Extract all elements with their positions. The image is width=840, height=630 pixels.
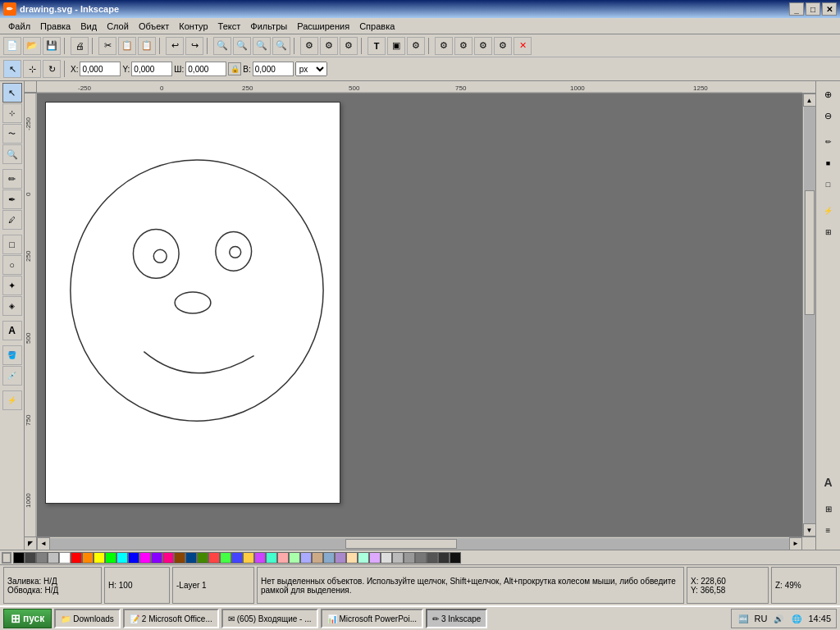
color-charcoal[interactable] — [427, 552, 438, 564]
rt-stroke[interactable]: □ — [819, 175, 838, 194]
undo-button[interactable]: ↩ — [166, 37, 184, 55]
close-doc-btn[interactable]: ✕ — [514, 37, 532, 55]
menu-text[interactable]: Текст — [213, 20, 246, 33]
taskbar-inkscape[interactable]: ✏ 3 Inkscape — [426, 609, 487, 628]
zoom-tool[interactable]: 🔍 — [2, 144, 22, 164]
color-dark-green[interactable] — [197, 552, 208, 564]
color-light-violet[interactable] — [254, 552, 266, 564]
color-teal[interactable] — [266, 552, 277, 564]
cut-button[interactable]: ✂ — [98, 37, 116, 55]
rt-node-edit[interactable]: ✏ — [819, 132, 838, 152]
fill-tool[interactable]: 🪣 — [2, 345, 22, 365]
hscroll-corner[interactable]: ◤ — [25, 537, 37, 550]
rotate-tool[interactable]: ↻ — [43, 60, 61, 78]
taskbar-office[interactable]: 📝 2 Microsoft Office... — [123, 609, 219, 628]
hscroll-left[interactable]: ◄ — [37, 537, 50, 550]
copy-button[interactable]: 📋 — [118, 37, 136, 55]
taskbar-downloads[interactable]: 📁 Downloads — [54, 609, 120, 628]
x-input[interactable] — [80, 62, 121, 76]
zoom-out-button[interactable]: 🔍 — [233, 37, 251, 55]
menu-object[interactable]: Объект — [134, 20, 174, 33]
circle-tool[interactable]: ○ — [2, 255, 22, 275]
color-light-red[interactable] — [208, 552, 220, 564]
vscroll-down[interactable]: ▼ — [803, 523, 816, 536]
select-tool[interactable]: ↖ — [2, 83, 22, 103]
color-tan[interactable] — [312, 552, 323, 564]
color-dim-gray[interactable] — [415, 552, 427, 564]
color-orange[interactable] — [82, 552, 94, 564]
text-tool-lt[interactable]: A — [2, 321, 22, 340]
color-green[interactable] — [105, 552, 116, 564]
color-lavender[interactable] — [335, 552, 346, 564]
start-button[interactable]: ⊞ пуск — [3, 609, 52, 628]
color-red[interactable] — [71, 552, 82, 564]
color-light-gray[interactable] — [48, 552, 59, 564]
color-medium-gray[interactable] — [392, 552, 404, 564]
save-button[interactable]: 💾 — [43, 37, 61, 55]
color-black[interactable] — [13, 552, 25, 564]
rect-tool[interactable]: □ — [2, 235, 22, 254]
color-pink[interactable] — [162, 552, 174, 564]
rt-snap[interactable]: ⚡ — [819, 201, 838, 221]
color-dark-gray[interactable] — [25, 552, 36, 564]
no-color-swatch[interactable] — [2, 552, 11, 564]
more-btn[interactable]: ⚙ — [494, 37, 512, 55]
color-mint[interactable] — [358, 552, 369, 564]
color-violet[interactable] — [151, 552, 162, 564]
color-pale-blue[interactable] — [300, 552, 312, 564]
fill-btn[interactable]: ⚙ — [454, 37, 472, 55]
h-input[interactable] — [253, 62, 294, 76]
print-button[interactable]: 🖨 — [71, 37, 89, 55]
rt-lines[interactable]: ≡ — [819, 520, 838, 540]
taskbar-powerpoint[interactable]: 📊 Microsoft PowerPoi... — [321, 609, 423, 628]
pencil-tool[interactable]: ✏ — [2, 169, 22, 189]
color-magenta[interactable] — [139, 552, 151, 564]
open-button[interactable]: 📂 — [23, 37, 41, 55]
close-button[interactable]: ✕ — [822, 2, 837, 16]
paste-button[interactable]: 📋 — [138, 37, 156, 55]
zoom-in-button[interactable]: 🔍 — [213, 37, 231, 55]
tweak-tool[interactable]: 〜 — [2, 124, 22, 144]
menu-layer[interactable]: Слой — [102, 20, 134, 33]
connector-tool[interactable]: ⚡ — [2, 390, 22, 410]
lock-ratio-btn[interactable]: 🔒 — [228, 62, 241, 75]
node-tool[interactable]: ⊹ — [23, 60, 41, 78]
zoom-sel-button[interactable]: 🔍 — [272, 37, 290, 55]
menu-extensions[interactable]: Расширения — [292, 20, 354, 33]
maximize-button[interactable]: □ — [806, 2, 820, 16]
select-tool-active[interactable]: ↖ — [3, 60, 21, 78]
color-light-blue[interactable] — [231, 552, 243, 564]
snap3-button[interactable]: ⚙ — [340, 37, 358, 55]
color-steel-blue[interactable] — [323, 552, 335, 564]
rt-zoom-in[interactable]: ⊕ — [819, 84, 838, 104]
y-input[interactable] — [131, 62, 172, 76]
new-button[interactable]: 📄 — [3, 37, 21, 55]
calligraphy-tool[interactable]: 🖊 — [2, 210, 22, 230]
redo-button[interactable]: ↪ — [185, 37, 203, 55]
vscroll-up[interactable]: ▲ — [803, 94, 816, 107]
color-pale-gray[interactable] — [381, 552, 392, 564]
hscroll-thumb[interactable] — [345, 539, 456, 549]
menu-view[interactable]: Вид — [75, 20, 102, 33]
snap2-button[interactable]: ⚙ — [320, 37, 338, 55]
align-btn[interactable]: ⚙ — [407, 37, 425, 55]
color-dark-blue[interactable] — [185, 552, 197, 564]
color-lilac[interactable] — [369, 552, 381, 564]
transform-btn[interactable]: ⚙ — [474, 37, 492, 55]
color-gray[interactable] — [36, 552, 48, 564]
snap-button[interactable]: ⚙ — [300, 37, 318, 55]
color-white[interactable] — [59, 552, 71, 564]
color-blue[interactable] — [128, 552, 139, 564]
eyedropper-tool[interactable]: 💉 — [2, 366, 22, 386]
star-tool[interactable]: ✦ — [2, 276, 22, 295]
menu-path[interactable]: Контур — [174, 20, 212, 33]
taskbar-email[interactable]: ✉ (605) Входящие - ... — [221, 609, 318, 628]
rt-fill[interactable]: ■ — [819, 153, 838, 173]
rt-a-text[interactable]: A — [819, 472, 838, 492]
zoom-fit-button[interactable]: 🔍 — [253, 37, 271, 55]
xml-btn[interactable]: ⚙ — [435, 37, 453, 55]
color-near-black[interactable] — [450, 552, 461, 564]
minimize-button[interactable]: _ — [789, 2, 804, 16]
3d-box-tool[interactable]: ◈ — [2, 296, 22, 316]
rt-zoom-out[interactable]: ⊖ — [819, 106, 838, 126]
